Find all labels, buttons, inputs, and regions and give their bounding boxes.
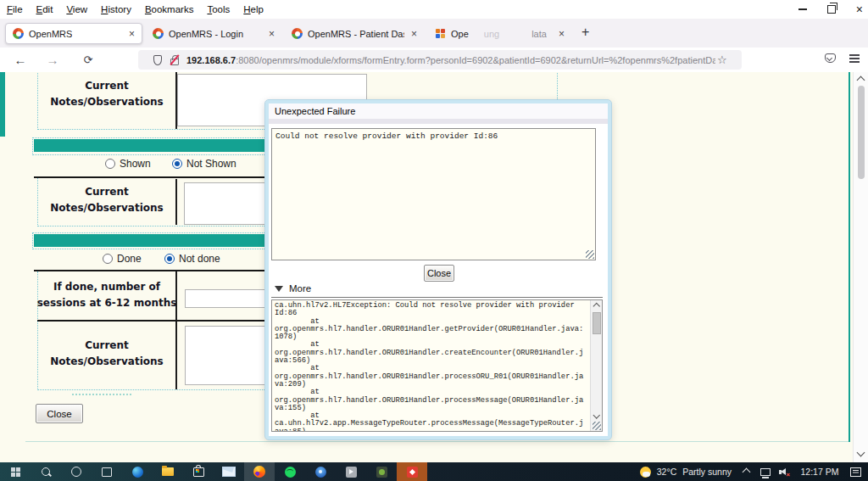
resize-grip-icon[interactable] (586, 250, 594, 259)
reload-icon[interactable]: ⟳ (78, 48, 98, 71)
weather-desc[interactable]: Partly sunny (682, 467, 732, 477)
volume-muted-icon[interactable]: × (779, 467, 789, 477)
url-bar[interactable]: 192.168.6.7:8080/openmrs/module/xforms/f… (138, 50, 742, 70)
more-divider (271, 297, 603, 298)
file-explorer-icon[interactable] (153, 462, 183, 481)
pocket-icon[interactable] (825, 53, 836, 63)
scroll-up-icon[interactable] (857, 76, 865, 85)
radio-not-shown[interactable]: Not Shown (172, 158, 236, 170)
search-icon[interactable] (31, 462, 61, 481)
menu-bookmarks[interactable]: Bookmarks (145, 4, 194, 14)
tab-close-icon[interactable]: × (552, 28, 565, 40)
tab-close-icon[interactable]: × (262, 28, 275, 40)
start-button[interactable] (0, 462, 31, 481)
form-close-button[interactable]: Close (36, 404, 83, 423)
restore-button[interactable] (827, 5, 836, 14)
network-icon[interactable] (760, 468, 771, 476)
radio-label: Shown (120, 158, 151, 170)
weather-icon[interactable] (640, 467, 651, 478)
menu-tools[interactable]: Tools (207, 4, 230, 14)
left-teal-strip (0, 72, 5, 137)
menu-history[interactable]: History (101, 4, 131, 14)
more-label: More (289, 283, 311, 294)
radio-icon[interactable] (103, 254, 113, 264)
tab-close-icon[interactable]: × (404, 28, 417, 40)
textarea-scrollbar[interactable] (590, 300, 602, 431)
radio-icon[interactable] (105, 159, 115, 169)
red-app-icon[interactable] (397, 462, 427, 481)
menu-bar: File Edit View History Bookmarks Tools H… (7, 0, 264, 19)
unexpected-failure-dialog: Unexpected Failure Could not resolve pro… (265, 100, 611, 439)
menu-view[interactable]: View (66, 4, 87, 14)
tracking-shield-icon[interactable] (153, 55, 162, 65)
weather-temp[interactable]: 32°C (657, 467, 676, 477)
more-toggle[interactable]: More (275, 283, 311, 294)
minimize-button[interactable] (798, 8, 807, 10)
dialog-title: Unexpected Failure (269, 103, 608, 119)
task-view-icon[interactable] (92, 462, 122, 481)
notes-label-1: Current Notes/Observations (39, 78, 175, 110)
scroll-up-icon[interactable] (591, 300, 602, 311)
clock[interactable]: 12:17 PM (798, 467, 842, 477)
app-menu-icon[interactable] (849, 54, 860, 63)
url-host: 192.168.6.7 (186, 55, 236, 65)
tab-partially-obscured[interactable]: Ope ung lata × (429, 23, 571, 44)
resize-grip-icon[interactable] (593, 422, 601, 430)
radio-not-done[interactable]: Not done (164, 253, 220, 265)
window-titlebar: File Edit View History Bookmarks Tools H… (0, 0, 868, 19)
spotify-icon[interactable] (275, 462, 305, 481)
triangle-down-icon (275, 286, 283, 292)
scrollbar-thumb[interactable] (858, 86, 865, 179)
media-app-icon[interactable] (336, 462, 366, 481)
dialog-close-button[interactable]: Close (424, 265, 454, 282)
tab-label-faded: lata (531, 29, 547, 39)
radio-shown[interactable]: Shown (105, 158, 151, 170)
radio-icon-checked[interactable] (172, 159, 182, 169)
scrollbar-thumb[interactable] (593, 312, 601, 334)
radio-done[interactable]: Done (103, 253, 142, 265)
radio-icon-checked[interactable] (164, 254, 175, 264)
dialog-title-strip (269, 119, 608, 124)
insecure-lock-icon[interactable] (170, 54, 180, 65)
new-tab-button[interactable]: + (581, 25, 589, 40)
action-center-icon[interactable] (850, 467, 861, 477)
app-grid-icon (436, 29, 446, 39)
firefox-window: File Edit View History Bookmarks Tools H… (0, 0, 868, 481)
tab-bar: OpenMRS × OpenMRS - Login × OpenMRS - Pa… (0, 19, 868, 48)
mail-icon[interactable] (214, 462, 244, 481)
column-divider (175, 271, 177, 320)
scroll-down-icon[interactable] (591, 410, 602, 421)
forward-icon[interactable]: → (42, 48, 63, 71)
tab-openmrs-login[interactable]: OpenMRS - Login × (146, 23, 281, 44)
column-divider (175, 322, 177, 389)
url-text[interactable]: 192.168.6.7:8080/openmrs/module/xforms/f… (186, 55, 715, 65)
url-path: :8080/openmrs/module/xforms/formEntry.fo… (236, 55, 715, 65)
faint-dotted-mark (72, 394, 131, 395)
menu-file[interactable]: File (7, 4, 23, 14)
tab-openmrs-patient-dashboard[interactable]: OpenMRS - Patient Dashboard × (285, 23, 424, 44)
tab-openmrs[interactable]: OpenMRS × (5, 23, 142, 44)
page-scrollbar[interactable] (853, 72, 868, 462)
menu-edit[interactable]: Edit (36, 4, 53, 14)
sessions-label: If done, number of sessions at 6-12 mont… (36, 279, 178, 311)
edge-icon[interactable] (122, 462, 153, 481)
back-icon[interactable]: ← (10, 48, 31, 71)
tray-expand-icon[interactable] (743, 467, 751, 476)
radio-label: Done (117, 253, 142, 265)
menu-help[interactable]: Help (243, 4, 264, 14)
microsoft-store-icon[interactable] (183, 462, 214, 481)
radio-label: Not Shown (186, 158, 236, 170)
cortana-icon[interactable] (61, 462, 92, 481)
tab-label: OpenMRS (29, 29, 72, 39)
openmrs-favicon (153, 28, 164, 39)
scroll-down-icon[interactable] (857, 449, 865, 457)
stack-trace-textarea[interactable]: ca.uhn.hl7v2.HL7Exception: Could not res… (271, 299, 603, 432)
close-window-button[interactable]: × (856, 3, 863, 15)
tab-label: Ope (451, 29, 469, 39)
bookmark-star-icon[interactable]: ☆ (717, 53, 727, 66)
green-app-icon[interactable] (366, 462, 397, 481)
error-message-textarea[interactable]: Could not resolve provider with provider… (271, 128, 596, 260)
firefox-taskbar-icon[interactable] (244, 462, 275, 481)
blue-app-icon[interactable] (305, 462, 336, 481)
tab-close-icon[interactable]: × (122, 28, 135, 40)
